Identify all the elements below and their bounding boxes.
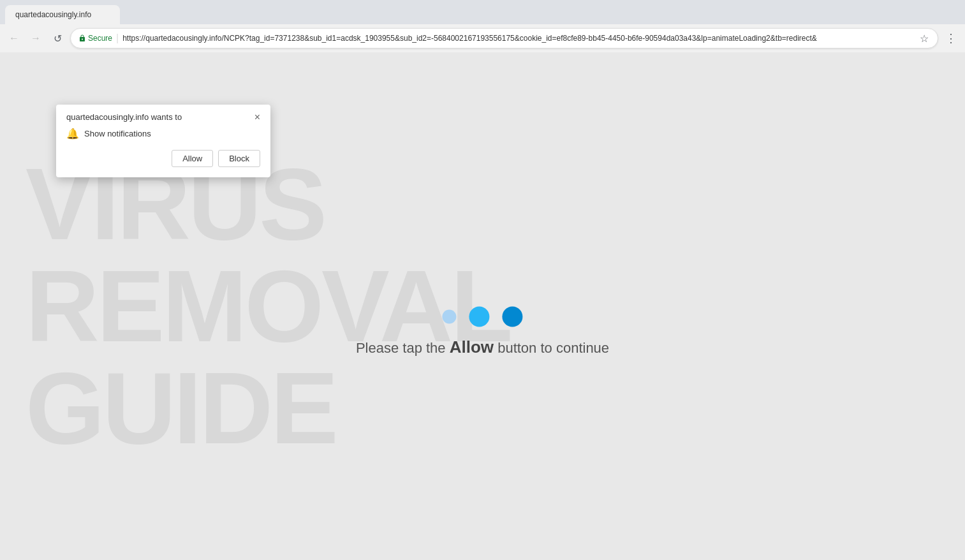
page-content: VIRUS REMOVAL GUIDE Please tap the Allow… [0,52,965,560]
nav-bar: ← → ↺ Secure | https://quartedacousingly… [0,24,965,52]
tab-title: quartedacousingly.info [15,10,91,19]
dot-1 [443,309,457,323]
dot-2 [469,306,490,327]
url-display: https://quartedacousingly.info/NCPK?tag_… [122,34,915,43]
bell-icon: 🔔 [66,128,79,140]
popup-header: quartedacousingly.info wants to × [66,112,260,122]
permission-label: Show notifications [84,129,151,138]
bookmark-button[interactable]: ☆ [918,31,930,46]
loading-message: Please tap the Allow button to continue [356,337,609,357]
popup-buttons: Allow Block [66,150,260,167]
address-bar[interactable]: Secure | https://quartedacousingly.info/… [70,28,938,48]
active-tab[interactable]: quartedacousingly.info [5,5,120,24]
chrome-menu-button[interactable]: ⋮ [942,29,960,47]
loading-highlight: Allow [450,337,494,356]
loading-area: Please tap the Allow button to continue [356,306,609,357]
allow-button[interactable]: Allow [172,150,213,167]
watermark-line-3: GUIDE [26,357,336,459]
loading-prefix: Please tap the [356,339,446,355]
popup-title: quartedacousingly.info wants to [66,112,182,122]
secure-indicator: Secure [78,34,112,43]
address-divider: | [116,33,119,44]
dot-3 [503,306,523,327]
forward-button[interactable]: → [27,29,45,47]
notification-popup: quartedacousingly.info wants to × 🔔 Show… [56,105,270,177]
browser-chrome: quartedacousingly.info ← → ↺ Secure | ht… [0,0,965,52]
popup-close-button[interactable]: × [254,112,260,122]
lock-icon [78,34,86,42]
block-button[interactable]: Block [218,150,260,167]
secure-text: Secure [88,34,112,43]
popup-permission-row: 🔔 Show notifications [66,128,260,140]
back-button[interactable]: ← [5,29,23,47]
tab-bar: quartedacousingly.info [0,0,965,24]
loading-dots [443,306,523,327]
reload-button[interactable]: ↺ [48,29,66,47]
loading-suffix: button to continue [497,339,609,355]
